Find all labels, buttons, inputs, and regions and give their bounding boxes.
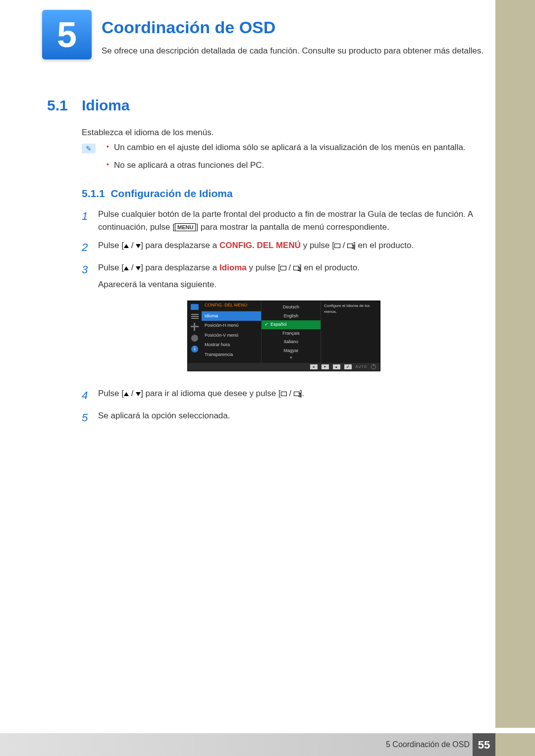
step-body: Pulse cualquier botón de la parte fronta… bbox=[98, 208, 485, 233]
osd-gear-icon bbox=[191, 335, 198, 342]
menu-button-icon: MENU bbox=[175, 223, 196, 231]
osd-language-option: Magyar bbox=[262, 347, 321, 355]
section-intro: Establezca el idioma de los menús. bbox=[82, 126, 485, 139]
down-arrow-icon bbox=[136, 266, 141, 270]
screen-icon bbox=[334, 244, 340, 248]
note-text: No se aplicará a otras funciones del PC. bbox=[114, 159, 264, 172]
osd-language-option: English bbox=[262, 312, 321, 321]
osd-menu-item: Mostrar hora bbox=[202, 340, 261, 350]
step-number: 2 bbox=[82, 239, 91, 255]
section-number: 5.1 bbox=[47, 94, 68, 116]
screen-icon bbox=[280, 266, 286, 270]
note-list: •Un cambio en el ajuste del idioma sólo … bbox=[107, 141, 485, 176]
footer-right-cap bbox=[495, 733, 535, 756]
numbered-steps: 1 Pulse cualquier botón de la parte fron… bbox=[82, 208, 485, 432]
osd-menu-item: Transparencia bbox=[202, 350, 261, 360]
up-arrow-icon bbox=[124, 392, 129, 396]
osd-language-option-selected: Español bbox=[262, 320, 321, 329]
step-body: Pulse [ / ] para desplazarse a Idioma y … bbox=[98, 261, 485, 381]
osd-auto-label: AUTO bbox=[356, 364, 367, 370]
osd-menu-header: CONFIG. DEL MENÚ bbox=[202, 301, 261, 311]
section-title: Idioma bbox=[82, 94, 130, 116]
bullet-icon: • bbox=[107, 159, 109, 172]
step-number: 4 bbox=[82, 387, 91, 403]
osd-scroll-down-icon: ▼ bbox=[262, 355, 321, 361]
right-margin-strip bbox=[495, 0, 535, 728]
chapter-subtitle: Se ofrece una descripción detallada de c… bbox=[102, 45, 485, 57]
page-number: 55 bbox=[473, 733, 495, 756]
osd-language-option: Deutsch bbox=[262, 303, 321, 312]
step-body: Pulse [ / ] para ir al idioma que desee … bbox=[98, 387, 485, 403]
osd-picture-icon bbox=[191, 304, 199, 310]
chapter-title: Coordinación de OSD bbox=[102, 15, 275, 40]
step-number: 5 bbox=[82, 409, 91, 426]
osd-list-icon bbox=[191, 314, 199, 319]
osd-key-enter-icon: ↲ bbox=[344, 364, 352, 369]
osd-power-icon bbox=[371, 364, 376, 369]
screen-icon bbox=[281, 392, 287, 396]
note-icon: ✎ bbox=[82, 144, 96, 153]
osd-screenshot: i CONFIG. DEL MENÚ Idioma Posición-H men… bbox=[187, 301, 380, 371]
down-arrow-icon bbox=[136, 392, 141, 396]
up-arrow-icon bbox=[124, 244, 129, 248]
subsection-heading: 5.1.1 Configuración de Idioma bbox=[82, 186, 233, 202]
bullet-icon: • bbox=[107, 141, 109, 154]
osd-key-up-icon: ▴ bbox=[333, 364, 340, 369]
osd-info-icon: i bbox=[191, 346, 198, 353]
up-arrow-icon bbox=[124, 266, 129, 270]
osd-position-icon bbox=[191, 323, 199, 331]
osd-description: Configure el idioma de los menús. bbox=[321, 301, 380, 363]
page-footer: 5 Coordinación de OSD 55 bbox=[0, 733, 535, 756]
step-body: Pulse [ / ] para desplazarse a CONFIG. D… bbox=[98, 239, 485, 255]
footer-chapter-label: 5 Coordinación de OSD bbox=[386, 739, 470, 751]
osd-menu-item: Idioma bbox=[202, 311, 261, 321]
step-number: 3 bbox=[82, 261, 91, 381]
osd-key-down-icon: ▾ bbox=[321, 364, 329, 369]
chapter-number-badge: 5 bbox=[42, 10, 92, 59]
osd-menu-column: CONFIG. DEL MENÚ Idioma Posición-H menú … bbox=[202, 301, 261, 363]
osd-sidebar: i bbox=[188, 301, 202, 363]
osd-menu-item: Posición-V menú bbox=[202, 331, 261, 341]
step-number: 1 bbox=[82, 208, 91, 233]
source-icon bbox=[294, 392, 300, 396]
osd-menu-item: Posición-H menú bbox=[202, 321, 261, 331]
source-icon bbox=[347, 244, 353, 248]
step-body: Se aplicará la opción seleccionada. bbox=[98, 409, 485, 426]
note-text: Un cambio en el ajuste del idioma sólo s… bbox=[114, 141, 466, 154]
osd-language-option: Français bbox=[262, 329, 321, 338]
osd-key-left-icon: ◂ bbox=[310, 364, 318, 369]
osd-language-column: Deutsch English Español Français Italian… bbox=[261, 301, 321, 363]
osd-footer: ◂ ▾ ▴ ↲ AUTO bbox=[188, 363, 380, 371]
osd-language-option: Italiano bbox=[262, 338, 321, 347]
source-icon bbox=[293, 266, 299, 270]
down-arrow-icon bbox=[136, 244, 141, 248]
